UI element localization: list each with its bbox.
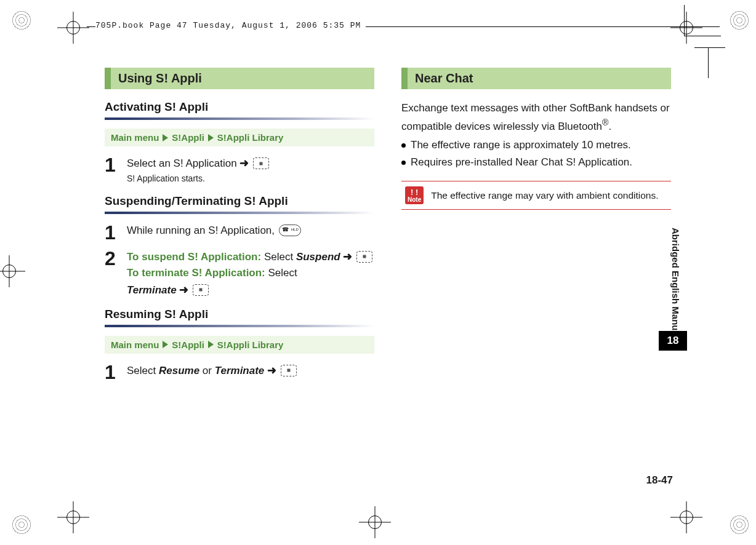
note-label: Note [408, 196, 421, 203]
right-column: Near Chat Exchange text messages with ot… [401, 68, 671, 388]
arrow-right-icon: ➜ [267, 364, 279, 376]
crop-mark-icon [680, 511, 693, 524]
divider [105, 325, 374, 327]
arrow-right-icon: ➜ [239, 157, 252, 169]
registration-target-icon [11, 10, 32, 31]
crop-mark-icon [66, 511, 80, 524]
near-chat-intro: Exchange text messages with other SoftBa… [401, 100, 671, 135]
menu-item: Terminate [127, 284, 177, 296]
action-label: To suspend S! Application: [127, 251, 261, 263]
chevron-right-icon [208, 341, 214, 348]
call-hold-key-icon [279, 225, 301, 236]
bullet-text: Requires pre-installed Near Chat S! Appl… [411, 154, 632, 170]
crop-mark-icon [66, 21, 80, 34]
divider [105, 212, 374, 214]
step-2-suspend: 2 To suspend S! Application: Select Susp… [105, 249, 374, 299]
breadcrumb-item: S!Appli [172, 132, 204, 143]
breadcrumb-item: Main menu [111, 132, 159, 143]
nav-key-icon [253, 157, 269, 169]
body-span: Exchange text messages with other SoftBa… [401, 102, 670, 132]
step-note: S! Application starts. [127, 172, 374, 186]
step-1-resume: 1 Select Resume or Terminate ➜ [105, 362, 374, 382]
body-span: . [608, 121, 611, 132]
registration-target-icon [11, 514, 32, 535]
bullet-requires: Requires pre-installed Near Chat S! Appl… [401, 154, 671, 170]
nav-key-icon [281, 365, 297, 376]
chevron-right-icon [208, 134, 214, 141]
step-number: 1 [105, 155, 127, 186]
chevron-right-icon [163, 134, 168, 141]
registered-mark-icon: ® [602, 117, 608, 127]
note-text: The effective range may vary with ambien… [431, 190, 658, 201]
divider [105, 117, 374, 120]
step-text: While running an S! Application, [127, 225, 275, 236]
arrow-right-icon: ➜ [343, 250, 355, 263]
bullet-icon [401, 161, 406, 165]
subhead-activating: Activating S! Appli [105, 100, 374, 114]
menu-item: Terminate [215, 365, 265, 376]
note-badge: ! ! Note [405, 186, 424, 204]
crop-mark-icon [368, 515, 382, 529]
plain-text: or [199, 365, 215, 376]
subhead-suspending: Suspending/Terminating S! Appli [105, 194, 374, 208]
breadcrumb-resuming: Main menu S!Appli S!Appli Library [105, 336, 374, 354]
bullet-text: The effective range is approximately 10 … [411, 137, 631, 153]
alert-icon: ! ! [408, 188, 421, 196]
section-using-sappli: Using S! Appli [105, 68, 374, 89]
breadcrumb-item: S!Appli [172, 340, 204, 350]
crop-mark-icon [680, 21, 693, 34]
registration-target-icon [729, 514, 750, 535]
breadcrumb-item: S!Appli Library [217, 132, 284, 143]
breadcrumb-item: S!Appli Library [217, 340, 284, 350]
side-tab-label: Abridged English Manual [670, 228, 681, 338]
select-text: Select [268, 267, 297, 279]
registration-target-icon [729, 10, 750, 31]
book-page-header: 705P.book Page 47 Tuesday, August 1, 200… [95, 21, 366, 30]
bullet-icon [401, 143, 406, 148]
step-number: 1 [105, 362, 127, 382]
step-1-suspend: 1 While running an S! Application, [105, 223, 374, 242]
step-number: 2 [105, 249, 127, 299]
note-box: ! ! Note The effective range may vary wi… [401, 181, 671, 210]
arrow-right-icon: ➜ [179, 284, 191, 296]
bullet-range: The effective range is approximately 10 … [401, 137, 671, 153]
nav-key-icon [193, 284, 209, 296]
select-text: Select [264, 251, 296, 263]
step-number: 1 [105, 223, 127, 242]
step-text: Select an S! Application [127, 157, 237, 169]
menu-item: Resume [159, 365, 199, 376]
subhead-resuming: Resuming S! Appli [105, 308, 374, 321]
menu-item: Suspend [296, 251, 340, 263]
action-label: To terminate S! Application: [127, 267, 265, 279]
breadcrumb-item: Main menu [111, 340, 159, 350]
crop-mark-icon [2, 265, 16, 278]
select-text: Select [127, 365, 159, 376]
chevron-right-icon [163, 341, 168, 348]
page-number: 18-47 [646, 474, 673, 487]
breadcrumb-activating: Main menu S!Appli S!Appli Library [105, 129, 374, 146]
nav-key-icon [356, 251, 372, 263]
left-column: Using S! Appli Activating S! Appli Main … [105, 68, 374, 388]
chapter-tab: 18 [659, 331, 687, 351]
section-near-chat: Near Chat [401, 68, 671, 89]
step-1-activate: 1 Select an S! Application ➜ S! Applicat… [105, 155, 374, 186]
